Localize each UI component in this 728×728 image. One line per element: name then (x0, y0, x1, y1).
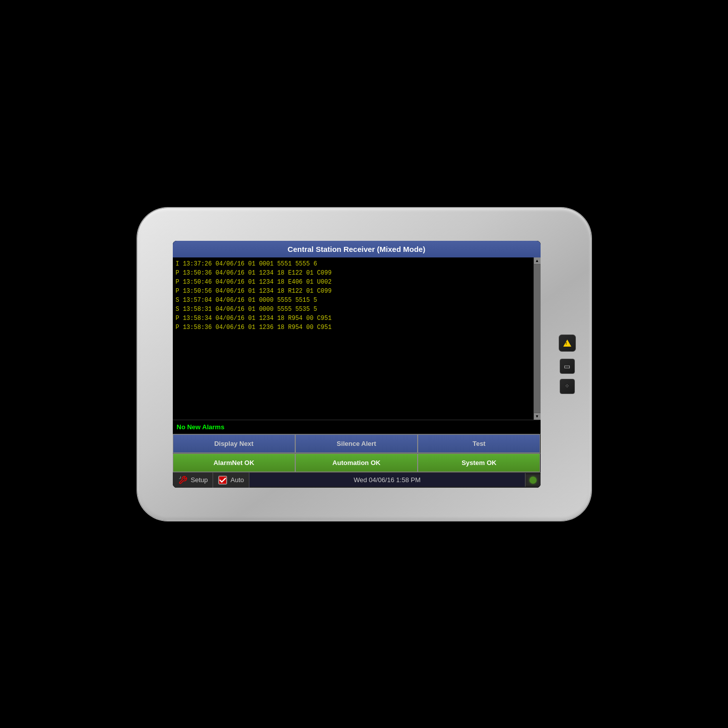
screen: Central Station Receiver (Mixed Mode) I … (173, 241, 541, 488)
automation-ok-button[interactable]: Automation OK (295, 453, 418, 472)
status-button-row: AlarmNet OK Automation OK System OK (173, 453, 541, 472)
log-line: P 13:50:36 04/06/16 01 1234 18 E122 01 C… (176, 269, 531, 278)
test-button[interactable]: Test (418, 434, 540, 453)
network-icon: ⁘ (565, 383, 569, 389)
scroll-down-button[interactable]: ▼ (534, 413, 541, 420)
setup-button[interactable]: Setup (173, 473, 214, 488)
log-line: S 13:57:04 04/06/16 01 0000 5555 5515 5 (176, 296, 531, 305)
status-bar: Setup Auto Wed 04/06/16 1:58 PM (173, 472, 541, 488)
log-line: P 13:50:56 04/06/16 01 1234 18 R122 01 C… (176, 287, 531, 296)
wrench-icon (178, 476, 188, 485)
datetime-display: Wed 04/06/16 1:58 PM (249, 473, 525, 487)
title-bar: Central Station Receiver (Mixed Mode) (173, 241, 541, 257)
system-ok-button[interactable]: System OK (418, 453, 540, 472)
scrollbar[interactable]: ▲ ▼ (534, 257, 541, 420)
setup-label: Setup (191, 476, 208, 484)
warning-triangle-icon (563, 340, 571, 347)
alarmnet-ok-button[interactable]: AlarmNet OK (173, 453, 295, 472)
scroll-thumb (534, 264, 541, 413)
warning-button[interactable] (559, 335, 576, 352)
log-line: I 13:37:26 04/06/16 01 0001 5551 5555 6 (176, 259, 531, 269)
status-indicator (525, 475, 541, 486)
indicator-light (530, 477, 537, 484)
alarm-status-text: No New Alarms (177, 423, 225, 431)
log-area: I 13:37:26 04/06/16 01 0001 5551 5555 6 … (173, 257, 541, 420)
monitor-icon: ▭ (564, 362, 570, 370)
screen-bezel: Central Station Receiver (Mixed Mode) I … (173, 241, 541, 488)
scroll-up-button[interactable]: ▲ (534, 257, 541, 264)
device-shell: Central Station Receiver (Mixed Mode) I … (138, 208, 591, 520)
side-buttons: ▭ ⁘ (559, 335, 576, 394)
log-line: P 13:50:46 04/06/16 01 1234 18 E406 01 U… (176, 278, 531, 287)
screen-title: Central Station Receiver (Mixed Mode) (288, 245, 425, 253)
auto-label: Auto (230, 476, 244, 484)
alarm-status-bar: No New Alarms (173, 420, 541, 434)
log-line: P 13:58:34 04/06/16 01 1234 18 R954 00 C… (176, 314, 531, 323)
checkbox-checked-icon (218, 476, 227, 485)
log-line: P 13:58:36 04/06/16 01 1236 18 R954 00 C… (176, 323, 531, 332)
auto-button[interactable]: Auto (213, 473, 249, 488)
monitor-button[interactable]: ▭ (560, 359, 575, 374)
network-button[interactable]: ⁘ (560, 379, 575, 394)
log-content: I 13:37:26 04/06/16 01 0001 5551 5555 6 … (173, 257, 534, 420)
log-line: S 13:58:31 04/06/16 01 0000 5555 5535 5 (176, 305, 531, 314)
action-button-row: Display Next Silence Alert Test (173, 434, 541, 453)
datetime-text: Wed 04/06/16 1:58 PM (354, 476, 421, 484)
display-next-button[interactable]: Display Next (173, 434, 295, 453)
silence-alert-button[interactable]: Silence Alert (295, 434, 418, 453)
